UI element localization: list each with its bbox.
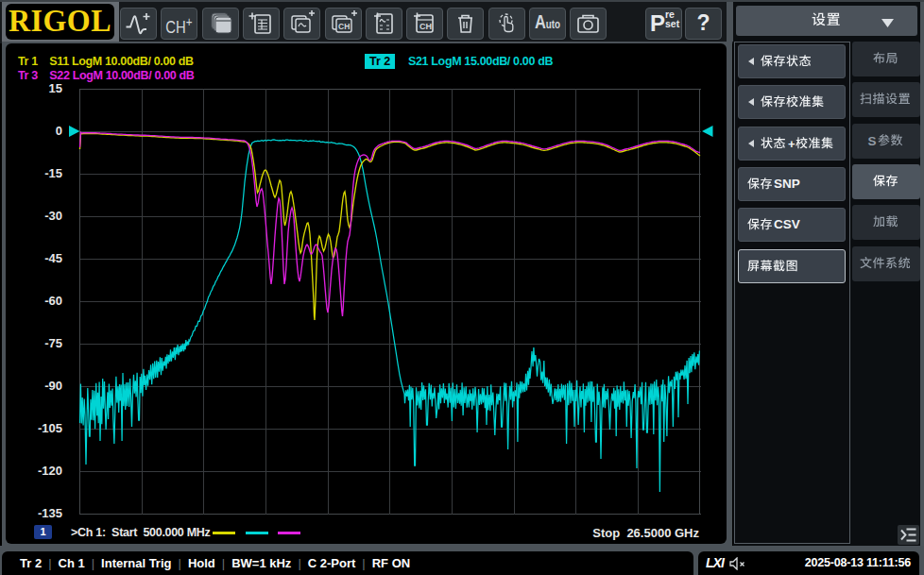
svg-text:CSV: CSV bbox=[774, 218, 800, 231]
svg-text:SNP: SNP bbox=[774, 178, 800, 191]
